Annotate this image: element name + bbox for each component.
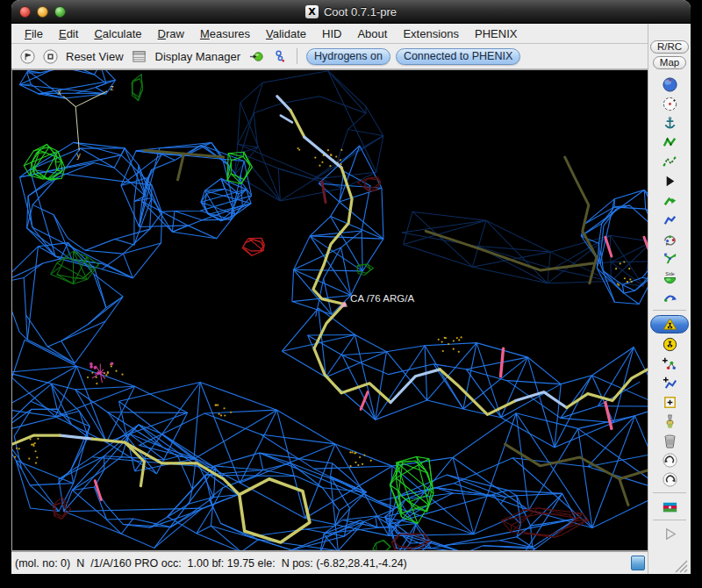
side-chain-180-button[interactable]: Side bbox=[650, 268, 689, 287]
add-alt-conf-button[interactable] bbox=[650, 354, 689, 373]
close-button[interactable] bbox=[19, 6, 31, 18]
place-atom-button[interactable] bbox=[650, 392, 689, 412]
display-manager-icon[interactable] bbox=[131, 47, 148, 65]
map-button[interactable]: Map bbox=[653, 56, 686, 69]
coot-window: X Coot 0.7.1-pre File Edit Calculate Dra… bbox=[11, 0, 691, 574]
rotamers-button[interactable] bbox=[650, 190, 689, 210]
simple-mutate-button[interactable] bbox=[650, 334, 689, 354]
delete-item-button[interactable] bbox=[650, 431, 689, 450]
tool-separator bbox=[653, 520, 686, 520]
menu-file[interactable]: File bbox=[17, 27, 51, 40]
status-bar: (mol. no: 0) N /1/A/160 PRO occ: 1.00 bf… bbox=[11, 551, 648, 574]
svg-text:y: y bbox=[76, 151, 81, 160]
recenter-icon[interactable] bbox=[41, 47, 59, 65]
status-text: (mol. no: 0) N /1/A/160 PRO occ: 1.00 bf… bbox=[15, 557, 407, 570]
window-title: Coot 0.7.1-pre bbox=[324, 5, 397, 18]
tool-separator bbox=[653, 310, 686, 311]
torsion-general-button[interactable] bbox=[650, 229, 689, 248]
svg-text:Side: Side bbox=[665, 270, 675, 276]
menu-phenix[interactable]: PHENIX bbox=[467, 27, 525, 40]
zoom-button[interactable] bbox=[54, 6, 66, 18]
menu-calculate[interactable]: Calculate bbox=[86, 27, 149, 40]
menu-draw[interactable]: Draw bbox=[150, 27, 192, 40]
canvas-frame: xzyCA /76 ARG/A bbox=[11, 69, 648, 551]
reset-view-button[interactable]: Reset View bbox=[64, 50, 125, 63]
rigid-body-fit-button[interactable] bbox=[650, 133, 689, 152]
atom-label: CA /76 ARG/A bbox=[350, 293, 414, 304]
edit-backbone-button[interactable] bbox=[650, 287, 689, 306]
menu-about[interactable]: About bbox=[349, 27, 395, 40]
display-manager-button[interactable]: Display Manager bbox=[154, 50, 243, 63]
gl-canvas[interactable]: xzyCA /76 ARG/A bbox=[12, 70, 648, 550]
toolbar-separator bbox=[297, 48, 297, 64]
desktop-background: X Coot 0.7.1-pre File Edit Calculate Dra… bbox=[0, 0, 702, 588]
menu-measures[interactable]: Measures bbox=[192, 27, 258, 40]
menu-hid[interactable]: HID bbox=[314, 27, 349, 40]
flip-sidechain-button[interactable] bbox=[650, 248, 689, 268]
svg-text:z: z bbox=[110, 83, 114, 92]
run-button[interactable] bbox=[650, 524, 689, 543]
tool-separator bbox=[653, 492, 686, 493]
edit-chi-angles-button[interactable] bbox=[650, 210, 689, 229]
menu-validate[interactable]: Validate bbox=[258, 27, 314, 40]
phenix-connection-button[interactable]: Connected to PHENIX bbox=[396, 48, 520, 65]
toolbar: Reset View Display Manager Hydrogens on … bbox=[11, 44, 648, 69]
x11-icon: X bbox=[305, 5, 319, 18]
menu-edit[interactable]: Edit bbox=[51, 27, 86, 40]
redo-button[interactable] bbox=[650, 470, 689, 489]
auto-fit-rotamer-button[interactable] bbox=[650, 171, 689, 190]
right-tool-panel: R/RC Map Side bbox=[648, 24, 691, 574]
title-bar[interactable]: X Coot 0.7.1-pre bbox=[11, 0, 691, 24]
paint-brush-button[interactable] bbox=[650, 412, 689, 431]
menu-bar: File Edit Calculate Draw Measures Valida… bbox=[11, 24, 648, 44]
refine-sphere-button[interactable] bbox=[650, 75, 689, 94]
ligand-builder-icon[interactable] bbox=[270, 47, 288, 65]
status-grip[interactable] bbox=[631, 556, 645, 570]
undo-button[interactable] bbox=[650, 450, 689, 470]
back-view-icon[interactable] bbox=[18, 47, 36, 65]
resize-grip[interactable] bbox=[672, 557, 690, 573]
fix-atoms-button[interactable] bbox=[650, 113, 689, 133]
hydrogens-toggle-button[interactable]: Hydrogens on bbox=[306, 48, 390, 65]
add-terminal-residue-button[interactable] bbox=[650, 373, 689, 392]
regularize-zone-button[interactable] bbox=[650, 94, 689, 113]
minimize-button[interactable] bbox=[37, 6, 48, 18]
mutate-and-autofit-button[interactable] bbox=[650, 315, 689, 333]
tool-stack: Side bbox=[648, 75, 691, 543]
flag-button[interactable] bbox=[650, 497, 689, 516]
rrc-button[interactable]: R/RC bbox=[650, 40, 689, 54]
go-to-atom-icon[interactable] bbox=[247, 47, 265, 65]
svg-text:x: x bbox=[57, 88, 61, 97]
menu-extensions[interactable]: Extensions bbox=[395, 27, 467, 40]
rotate-translate-zone-button[interactable] bbox=[650, 152, 689, 171]
